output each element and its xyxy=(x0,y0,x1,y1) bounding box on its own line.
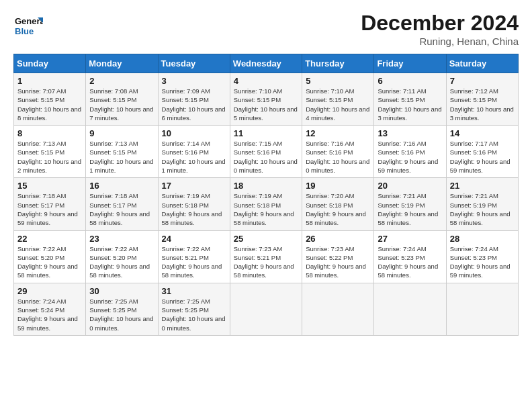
calendar-cell: 31 Sunrise: 7:25 AM Sunset: 5:25 PM Dayl… xyxy=(158,283,230,335)
day-number: 2 xyxy=(89,76,154,86)
calendar-cell: 17 Sunrise: 7:19 AM Sunset: 5:18 PM Dayl… xyxy=(158,178,230,230)
calendar-cell: 22 Sunrise: 7:22 AM Sunset: 5:20 PM Dayl… xyxy=(14,230,86,283)
calendar-cell: 29 Sunrise: 7:24 AM Sunset: 5:24 PM Dayl… xyxy=(14,283,86,335)
calendar-cell: 21 Sunrise: 7:21 AM Sunset: 5:19 PM Dayl… xyxy=(446,178,518,230)
day-number: 11 xyxy=(234,128,298,138)
weekday-header-monday: Monday xyxy=(86,54,158,73)
day-info: Sunrise: 7:24 AM Sunset: 5:24 PM Dayligh… xyxy=(17,297,82,332)
day-info: Sunrise: 7:16 AM Sunset: 5:16 PM Dayligh… xyxy=(306,139,370,175)
day-info: Sunrise: 7:17 AM Sunset: 5:16 PM Dayligh… xyxy=(450,139,515,175)
day-info: Sunrise: 7:25 AM Sunset: 5:25 PM Dayligh… xyxy=(162,297,226,332)
day-number: 3 xyxy=(162,76,226,86)
day-info: Sunrise: 7:10 AM Sunset: 5:15 PM Dayligh… xyxy=(234,87,298,122)
day-info: Sunrise: 7:22 AM Sunset: 5:20 PM Dayligh… xyxy=(17,244,82,280)
day-number: 16 xyxy=(89,181,154,191)
day-info: Sunrise: 7:08 AM Sunset: 5:15 PM Dayligh… xyxy=(89,87,154,122)
day-info: Sunrise: 7:18 AM Sunset: 5:17 PM Dayligh… xyxy=(89,191,154,227)
calendar-cell: 5 Sunrise: 7:10 AM Sunset: 5:15 PM Dayli… xyxy=(302,73,374,126)
day-info: Sunrise: 7:22 AM Sunset: 5:21 PM Dayligh… xyxy=(162,244,226,280)
calendar-cell: 2 Sunrise: 7:08 AM Sunset: 5:15 PM Dayli… xyxy=(86,73,158,126)
day-info: Sunrise: 7:15 AM Sunset: 5:16 PM Dayligh… xyxy=(234,139,298,175)
calendar-cell: 10 Sunrise: 7:14 AM Sunset: 5:16 PM Dayl… xyxy=(158,126,230,178)
day-number: 17 xyxy=(162,181,226,191)
day-number: 26 xyxy=(306,234,370,244)
weekday-header-sunday: Sunday xyxy=(14,54,86,73)
calendar-cell: 8 Sunrise: 7:13 AM Sunset: 5:15 PM Dayli… xyxy=(14,126,86,178)
calendar-cell xyxy=(446,283,518,335)
day-info: Sunrise: 7:12 AM Sunset: 5:15 PM Dayligh… xyxy=(450,87,515,122)
day-number: 25 xyxy=(234,234,298,244)
day-info: Sunrise: 7:13 AM Sunset: 5:15 PM Dayligh… xyxy=(17,139,82,175)
calendar-cell: 18 Sunrise: 7:19 AM Sunset: 5:18 PM Dayl… xyxy=(230,178,302,230)
day-info: Sunrise: 7:09 AM Sunset: 5:15 PM Dayligh… xyxy=(162,87,226,122)
day-number: 6 xyxy=(378,76,442,86)
calendar-cell: 20 Sunrise: 7:21 AM Sunset: 5:19 PM Dayl… xyxy=(374,178,446,230)
day-info: Sunrise: 7:20 AM Sunset: 5:18 PM Dayligh… xyxy=(306,191,370,227)
weekday-header-wednesday: Wednesday xyxy=(230,54,302,73)
weekday-header-friday: Friday xyxy=(374,54,446,73)
calendar-cell: 14 Sunrise: 7:17 AM Sunset: 5:16 PM Dayl… xyxy=(446,126,518,178)
calendar-cell: 26 Sunrise: 7:23 AM Sunset: 5:22 PM Dayl… xyxy=(302,230,374,283)
day-number: 5 xyxy=(306,76,370,86)
calendar-cell: 6 Sunrise: 7:11 AM Sunset: 5:15 PM Dayli… xyxy=(374,73,446,126)
day-number: 31 xyxy=(162,286,226,296)
day-number: 10 xyxy=(162,128,226,138)
calendar-cell: 30 Sunrise: 7:25 AM Sunset: 5:25 PM Dayl… xyxy=(86,283,158,335)
day-info: Sunrise: 7:11 AM Sunset: 5:15 PM Dayligh… xyxy=(378,87,442,122)
day-info: Sunrise: 7:18 AM Sunset: 5:17 PM Dayligh… xyxy=(17,191,82,227)
day-number: 24 xyxy=(162,234,226,244)
day-number: 7 xyxy=(450,76,515,86)
day-info: Sunrise: 7:10 AM Sunset: 5:15 PM Dayligh… xyxy=(306,87,370,122)
day-number: 21 xyxy=(450,181,515,191)
day-info: Sunrise: 7:19 AM Sunset: 5:18 PM Dayligh… xyxy=(162,191,226,227)
calendar-cell: 24 Sunrise: 7:22 AM Sunset: 5:21 PM Dayl… xyxy=(158,230,230,283)
calendar-table: SundayMondayTuesdayWednesdayThursdayFrid… xyxy=(13,54,519,336)
calendar-cell: 3 Sunrise: 7:09 AM Sunset: 5:15 PM Dayli… xyxy=(158,73,230,126)
day-number: 23 xyxy=(89,234,154,244)
calendar-cell: 16 Sunrise: 7:18 AM Sunset: 5:17 PM Dayl… xyxy=(86,178,158,230)
day-number: 15 xyxy=(17,181,82,191)
title-area: December 2024 Runing, Henan, China xyxy=(361,11,519,47)
day-number: 8 xyxy=(17,128,82,138)
svg-text:Blue: Blue xyxy=(15,26,34,36)
day-info: Sunrise: 7:22 AM Sunset: 5:20 PM Dayligh… xyxy=(89,244,154,280)
day-number: 4 xyxy=(234,76,298,86)
weekday-header-tuesday: Tuesday xyxy=(158,54,230,73)
day-info: Sunrise: 7:25 AM Sunset: 5:25 PM Dayligh… xyxy=(89,297,154,332)
calendar-cell: 19 Sunrise: 7:20 AM Sunset: 5:18 PM Dayl… xyxy=(302,178,374,230)
calendar-cell xyxy=(302,283,374,335)
page: General Blue December 2024 Runing, Henan… xyxy=(0,0,532,411)
day-info: Sunrise: 7:23 AM Sunset: 5:22 PM Dayligh… xyxy=(306,244,370,280)
calendar-cell: 12 Sunrise: 7:16 AM Sunset: 5:16 PM Dayl… xyxy=(302,126,374,178)
calendar-cell: 1 Sunrise: 7:07 AM Sunset: 5:15 PM Dayli… xyxy=(14,73,86,126)
day-number: 9 xyxy=(89,128,154,138)
calendar-cell: 13 Sunrise: 7:16 AM Sunset: 5:16 PM Dayl… xyxy=(374,126,446,178)
day-info: Sunrise: 7:14 AM Sunset: 5:16 PM Dayligh… xyxy=(162,139,226,175)
day-number: 14 xyxy=(450,128,515,138)
weekday-header-thursday: Thursday xyxy=(302,54,374,73)
day-number: 29 xyxy=(17,286,82,296)
calendar-cell: 15 Sunrise: 7:18 AM Sunset: 5:17 PM Dayl… xyxy=(14,178,86,230)
day-info: Sunrise: 7:21 AM Sunset: 5:19 PM Dayligh… xyxy=(378,191,442,227)
calendar-cell: 25 Sunrise: 7:23 AM Sunset: 5:21 PM Dayl… xyxy=(230,230,302,283)
logo: General Blue xyxy=(13,11,43,40)
calendar-cell: 28 Sunrise: 7:24 AM Sunset: 5:23 PM Dayl… xyxy=(446,230,518,283)
day-number: 12 xyxy=(306,128,370,138)
day-number: 18 xyxy=(234,181,298,191)
day-info: Sunrise: 7:16 AM Sunset: 5:16 PM Dayligh… xyxy=(378,139,442,175)
day-number: 27 xyxy=(378,234,442,244)
day-number: 20 xyxy=(378,181,442,191)
calendar-cell: 27 Sunrise: 7:24 AM Sunset: 5:23 PM Dayl… xyxy=(374,230,446,283)
day-info: Sunrise: 7:23 AM Sunset: 5:21 PM Dayligh… xyxy=(234,244,298,280)
day-number: 13 xyxy=(378,128,442,138)
day-info: Sunrise: 7:13 AM Sunset: 5:15 PM Dayligh… xyxy=(89,139,154,175)
calendar-cell: 23 Sunrise: 7:22 AM Sunset: 5:20 PM Dayl… xyxy=(86,230,158,283)
calendar-cell: 11 Sunrise: 7:15 AM Sunset: 5:16 PM Dayl… xyxy=(230,126,302,178)
day-info: Sunrise: 7:24 AM Sunset: 5:23 PM Dayligh… xyxy=(450,244,515,280)
calendar-cell: 9 Sunrise: 7:13 AM Sunset: 5:15 PM Dayli… xyxy=(86,126,158,178)
calendar-cell xyxy=(374,283,446,335)
logo-icon: General Blue xyxy=(13,11,43,40)
day-info: Sunrise: 7:24 AM Sunset: 5:23 PM Dayligh… xyxy=(378,244,442,280)
day-number: 28 xyxy=(450,234,515,244)
day-number: 19 xyxy=(306,181,370,191)
